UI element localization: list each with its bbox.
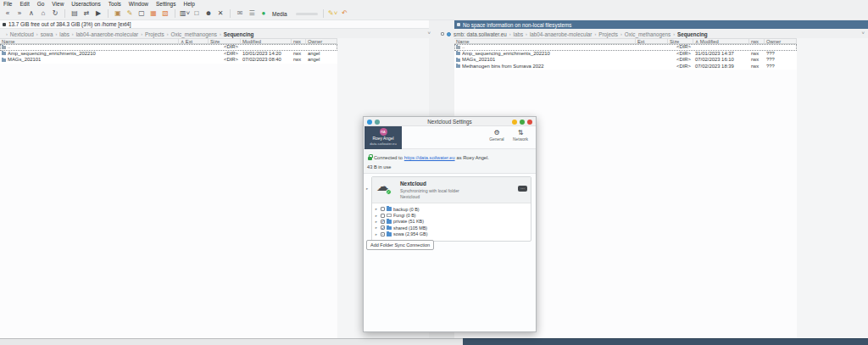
checkbox-partial[interactable] [381,232,385,236]
menu-tools[interactable]: Tools [108,1,121,7]
breadcrumb-item[interactable]: Sequencing [224,31,254,37]
back-icon[interactable]: « [3,9,12,19]
account-tab[interactable]: RA Roey Angel data.soilwater.eu [364,126,402,149]
bookmark-icon[interactable] [441,32,444,36]
column-header-rwx[interactable]: rwx [292,38,306,44]
checkbox-unchecked[interactable] [381,207,385,211]
column-header-owner[interactable]: Owner [306,38,337,44]
breadcrumb-root[interactable]: smb: data.soilwater.eu [453,31,507,37]
server-link[interactable]: https://data.soilwater.eu [404,155,455,160]
table-row[interactable]: Methanogen bins from Sumava 2022<DIR>07/… [454,64,797,70]
breadcrumb-item[interactable]: lab04-anaerobe-molecular [76,31,139,37]
up-icon[interactable]: ∧ [27,9,36,19]
menu-edit[interactable]: Edit [19,1,29,7]
checkbox-checked[interactable] [381,220,385,224]
folder-sync-item[interactable]: ▸private (51 KB) [375,219,531,225]
breadcrumb-item[interactable]: Projects [598,31,618,37]
home-icon[interactable]: ⌂ [39,9,47,19]
right-freespace-bar[interactable]: No space information on non-local filesy… [454,20,868,29]
file-ext [179,51,209,58]
window-menu-button[interactable] [375,120,380,125]
table-row[interactable]: MAGs_202101<DIR>07/02/2023 16:10rwx??? [454,57,797,64]
column-header-owner[interactable]: Owner [765,38,797,44]
refresh-icon[interactable]: ↻ [51,9,59,19]
select-group-icon[interactable]: □ [192,9,201,19]
menu-window[interactable]: Window [129,1,148,7]
breadcrumb-item[interactable]: Oxic_methanogens [625,31,670,37]
menu-go[interactable]: Go [37,1,45,7]
column-header-rwx[interactable]: rwx [749,38,765,44]
expand-arrow-icon[interactable]: ▸ [375,220,378,224]
left-file-list[interactable] [0,44,337,338]
expand-arrow-icon[interactable]: ▸ [375,232,378,236]
new-folder-icon[interactable]: ▣ [114,9,122,19]
column-header-ext[interactable]: ∧ Ext [179,38,209,44]
left-freespace-bar[interactable]: 13.7 GiB free out of 384.3 GiB (3%) on /… [0,20,429,29]
equal-panels-icon[interactable]: ▤ [70,9,79,19]
column-header-name[interactable]: Name [454,38,636,44]
menu-useractions[interactable]: Useractions [71,1,100,7]
view-file-icon[interactable]: ▢ [137,9,146,19]
mail-icon[interactable]: ✉ [236,9,244,19]
breadcrumb-item[interactable]: Oxic_methanogens [171,31,217,37]
progress-slider[interactable] [296,13,318,15]
dialog-titlebar[interactable]: Nextcloud Settings [364,117,536,126]
chevron-down-icon[interactable]: ˅ [861,31,865,36]
close-button[interactable] [527,120,532,125]
expand-arrow-icon[interactable]: ▸ [375,214,378,218]
media-icon[interactable]: ● [259,9,268,19]
forward-icon[interactable]: » [15,9,24,19]
table-row[interactable]: Amp_sequencing_enrichments_202210<DIR>31… [454,51,797,58]
minimize-button[interactable] [512,120,517,125]
menu-view[interactable]: View [52,1,64,7]
folder-icon [456,58,460,62]
menu-settings[interactable]: Settings [156,1,176,7]
folder-sync-item[interactable]: ▸Fungi (0 B) [375,212,531,218]
tab-network[interactable]: ⇅ Network [510,129,531,142]
table-row[interactable]: ..<DIR> [0,44,337,51]
column-header-modified[interactable]: ∧ Modified [693,38,749,44]
expand-arrow-icon[interactable]: ▸ [366,186,368,191]
folder-sync-item[interactable]: ▸backup (0 B) [375,206,531,212]
column-header-size[interactable]: Size [209,38,241,44]
add-folder-sync-button[interactable]: Add Folder Sync Connection [366,240,434,250]
start-program-icon[interactable]: ▶ [94,9,103,19]
column-header-modified[interactable]: Modified [241,38,292,44]
checkbox-unchecked[interactable] [381,214,385,218]
folder-sync-item[interactable]: ▸shared (105 MB) [375,225,531,231]
column-header-ext[interactable]: Ext [636,38,668,44]
pack-icon[interactable]: ▦ [149,9,158,19]
unpack-icon[interactable]: ▧ [161,9,170,19]
menu-help[interactable]: Help [183,1,194,7]
delete-icon[interactable]: ✕ [216,9,225,19]
breadcrumb-item[interactable]: lab04-anaerobe-molecular [530,31,593,37]
table-row[interactable]: Amp_sequencing_enrichments_202210<DIR>10… [0,51,337,58]
swap-panels-icon[interactable]: ⇄ [82,9,91,19]
table-row[interactable]: ..<DIR> [454,44,797,51]
checkbox-checked[interactable] [381,225,385,230]
brush-icon[interactable]: ✎˅ [329,9,337,19]
expand-arrow-icon[interactable]: ▸ [375,207,378,211]
edit-file-icon[interactable]: ✎ [125,9,134,19]
folder-menu-button[interactable]: ⋯ [518,186,527,192]
chevron-down-icon[interactable]: ˅ [427,31,431,36]
breadcrumb-item[interactable]: labs [59,31,70,37]
breadcrumb-item[interactable]: labs [514,31,524,37]
maximize-button[interactable] [520,120,525,125]
column-header-name[interactable]: Name [0,38,179,44]
breadcrumb-item[interactable]: Nextcloud [10,31,34,37]
breadcrumb-item[interactable]: Sequencing [677,31,708,37]
user-profile-icon[interactable]: ☻ [204,9,213,19]
sync-connection-header[interactable]: ☁ ✓ Nextcloud Synchronizing with local f… [372,177,531,203]
terminal-icon[interactable]: ☰ [248,9,256,19]
folder-sync-item[interactable]: ▸sowa (2,954 GB) [375,231,531,237]
view-mode-icon[interactable]: ▥˅ [181,9,189,19]
column-header-size[interactable]: Size [668,38,693,44]
table-row[interactable]: MAGs_202101<DIR>07/02/2023 08:40rwxangel [0,57,337,64]
expand-arrow-icon[interactable]: ▸ [375,225,378,230]
undo-icon[interactable]: ↶ [341,9,349,19]
tab-general[interactable]: ⚙ General [487,129,507,142]
breadcrumb-item[interactable]: Projects [145,31,164,37]
breadcrumb-item[interactable]: sowa [41,31,53,37]
menu-file[interactable]: File [3,1,12,7]
